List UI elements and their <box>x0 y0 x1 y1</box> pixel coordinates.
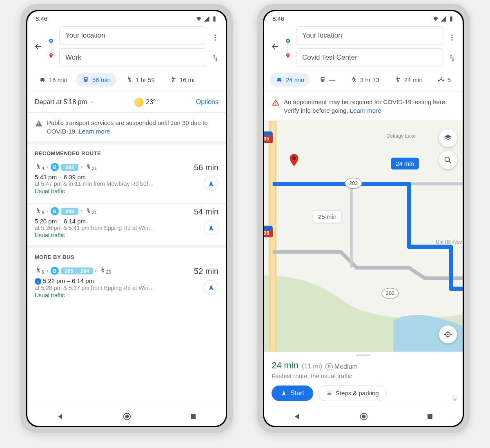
chevron-right-icon: › <box>47 164 48 170</box>
route-duration-pill[interactable]: 24 min <box>391 158 419 169</box>
status-icons <box>196 16 218 22</box>
start-navigation-button[interactable] <box>204 280 218 295</box>
svg-rect-9 <box>451 16 452 16</box>
route-card[interactable]: 6 › B 285294 › 25 i5:22 pm – 6:14 pm at … <box>27 263 226 305</box>
route-duration-pill-alt[interactable]: 25 min <box>313 211 341 223</box>
svg-line-31 <box>449 161 452 164</box>
map-canvas[interactable]: 405 405 202 202 Cottage Lake Uni Hill-No… <box>264 121 463 352</box>
mode-tab-car[interactable]: 16 min <box>33 73 73 87</box>
nav-back-icon[interactable] <box>293 412 301 421</box>
nav-home-icon[interactable] <box>359 412 368 421</box>
learn-more-link[interactable]: Learn more <box>79 128 110 135</box>
swap-button[interactable] <box>211 54 219 64</box>
destination-pin-icon <box>285 53 291 60</box>
list-icon <box>326 390 332 397</box>
mode-tab-label: 56 min <box>92 76 111 83</box>
arrow-back-icon <box>33 42 42 51</box>
svg-point-14 <box>275 104 276 105</box>
drag-handle[interactable] <box>356 354 371 356</box>
rideshare-icon <box>169 76 177 83</box>
nav-back-icon[interactable] <box>56 412 65 421</box>
more-options-button[interactable] <box>211 33 219 43</box>
start-navigation-button[interactable] <box>204 221 218 235</box>
navigation-icon <box>281 390 287 397</box>
layers-icon <box>443 134 452 143</box>
origin-input[interactable]: Your location <box>296 26 443 45</box>
mode-tab-rideshare[interactable]: 24 min <box>388 73 428 87</box>
mode-tab-label: 1 hr 59 <box>136 76 155 83</box>
walk-minutes: 6 <box>42 210 44 215</box>
layers-button[interactable] <box>439 129 457 147</box>
bike-icon <box>437 76 445 83</box>
more-options-button[interactable] <box>448 33 456 43</box>
route-steps: 6 › B 288 › 21 <box>35 207 190 215</box>
learn-more-link[interactable]: Learn more <box>350 107 381 114</box>
info-icon: i <box>35 278 41 285</box>
route-detail: at 5:47 pm & in 11 min from Mowbray Rd b… <box>35 181 190 187</box>
route-markers <box>284 33 292 60</box>
start-button[interactable]: Start <box>272 386 313 401</box>
destination-input[interactable]: Covid Test Center <box>296 48 443 67</box>
nav-recent-icon[interactable] <box>189 413 197 420</box>
walk-icon <box>99 267 106 274</box>
back-button[interactable] <box>33 42 43 51</box>
mode-tab-bike[interactable]: 5 <box>432 73 457 87</box>
start-navigation-button[interactable] <box>204 176 218 191</box>
walk-icon <box>125 76 133 83</box>
steps-parking-button[interactable]: Steps & parking <box>318 385 387 401</box>
wifi-icon <box>432 16 439 22</box>
route-markers <box>47 33 55 60</box>
mode-tab-walk[interactable]: 3 hr 13 <box>344 73 385 87</box>
status-time: 8:46 <box>36 15 47 22</box>
svg-rect-0 <box>213 16 215 21</box>
signal-icon <box>203 16 210 22</box>
back-button[interactable] <box>270 42 280 51</box>
walk-minutes: 25 <box>106 270 111 274</box>
steps-button-label: Steps & parking <box>336 390 379 397</box>
route-steps: 6 › B 285294 › 25 <box>35 267 190 275</box>
svg-point-2 <box>214 35 216 36</box>
route-bottom-sheet[interactable]: 24 min (11 mi) P Medium Fastest route, t… <box>264 352 463 406</box>
mode-tab-rideshare[interactable]: 16 mi <box>164 73 200 87</box>
travel-mode-tabs: 16 min 56 min 1 hr 59 16 mi <box>27 71 226 92</box>
svg-point-10 <box>451 35 452 36</box>
bus-number: 292 <box>61 164 78 171</box>
mode-tab-car[interactable]: 24 min <box>270 73 310 87</box>
mode-tab-label: 24 min <box>404 76 423 83</box>
route-traffic: Usual traffic <box>35 292 190 299</box>
route-card[interactable]: 6 › B 288 › 21 5:20 pm – 6:14 pm at 5:26… <box>27 204 226 245</box>
svg-text:405: 405 <box>264 136 269 142</box>
mode-tab-walk[interactable]: 1 hr 59 <box>120 73 160 87</box>
depart-time-label: Depart at 5:18 pm <box>35 98 87 106</box>
swap-button[interactable] <box>448 54 456 64</box>
nav-recent-icon[interactable] <box>426 413 434 420</box>
covid-alert-banner: An appointment may be required for COVID… <box>264 92 463 121</box>
svg-point-30 <box>445 157 450 162</box>
options-link[interactable]: Options <box>196 98 218 106</box>
status-bar: 8:46 <box>27 11 226 24</box>
parking-label: Medium <box>334 363 358 370</box>
mode-tab-transit[interactable]: — <box>313 73 341 87</box>
route-card[interactable]: 4 › B 292 › 21 5:43 pm – 6:39 pm at 5:47… <box>27 160 226 201</box>
route-steps: 4 › B 292 › 21 <box>35 163 190 171</box>
depart-time-picker[interactable]: Depart at 5:18 pm <box>35 98 94 106</box>
origin-input[interactable]: Your location <box>59 26 206 45</box>
travel-mode-tabs: 24 min — 3 hr 13 24 min 5 <box>264 71 463 92</box>
map-label-cottage-lake: Cottage Lake <box>387 133 416 139</box>
walk-minutes: 21 <box>92 210 97 215</box>
map-search-button[interactable] <box>439 151 457 169</box>
nav-home-icon[interactable] <box>122 412 131 421</box>
destination-pin-icon <box>287 153 301 169</box>
status-icons <box>432 16 454 22</box>
covid-alert-banner: Public transport services are suspended … <box>27 113 226 145</box>
mode-tab-label: 16 mi <box>180 76 195 83</box>
mode-tab-transit[interactable]: 56 min <box>76 73 116 87</box>
navigation-icon <box>207 224 215 232</box>
bus-badge-icon: B <box>51 207 59 215</box>
depart-options-row: Depart at 5:18 pm 23° Options <box>27 92 226 113</box>
destination-input[interactable]: Work <box>59 48 206 67</box>
walk-icon <box>35 267 41 274</box>
my-location-button[interactable] <box>439 325 457 343</box>
route-time-range: 5:43 pm – 6:39 pm <box>35 174 190 181</box>
svg-rect-7 <box>191 414 196 419</box>
